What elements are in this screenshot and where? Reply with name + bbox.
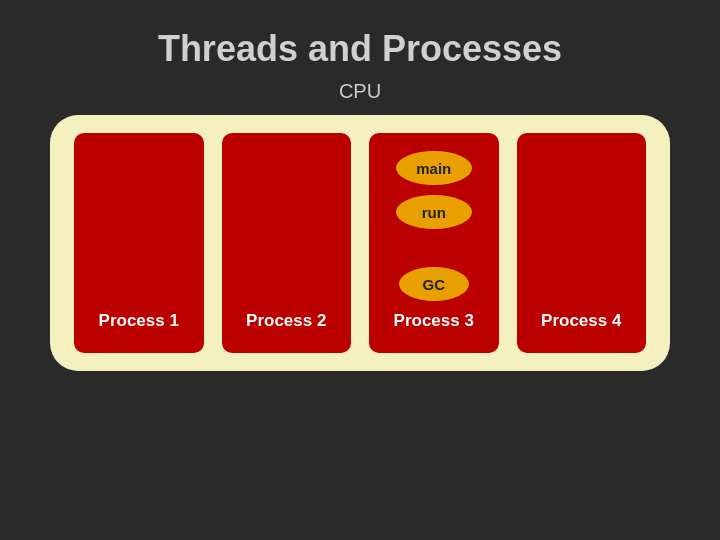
- process-block-1: Process 1: [74, 133, 204, 353]
- thread-bubbles: main run: [369, 151, 499, 229]
- process-2-label: Process 2: [222, 311, 352, 331]
- process-3-label: Process 3: [369, 311, 499, 331]
- process-block-4: Process 4: [517, 133, 647, 353]
- main-thread-bubble: main: [396, 151, 472, 185]
- gc-thread-bubble: GC: [399, 267, 469, 301]
- run-thread-bubble: run: [396, 195, 472, 229]
- cpu-label: CPU: [339, 80, 381, 103]
- cpu-container: Process 1 Process 2 main run GC Process …: [50, 115, 670, 371]
- process-block-3: main run GC Process 3: [369, 133, 499, 353]
- page-title: Threads and Processes: [158, 28, 562, 70]
- process-1-label: Process 1: [74, 311, 204, 331]
- process-block-2: Process 2: [222, 133, 352, 353]
- process-4-label: Process 4: [517, 311, 647, 331]
